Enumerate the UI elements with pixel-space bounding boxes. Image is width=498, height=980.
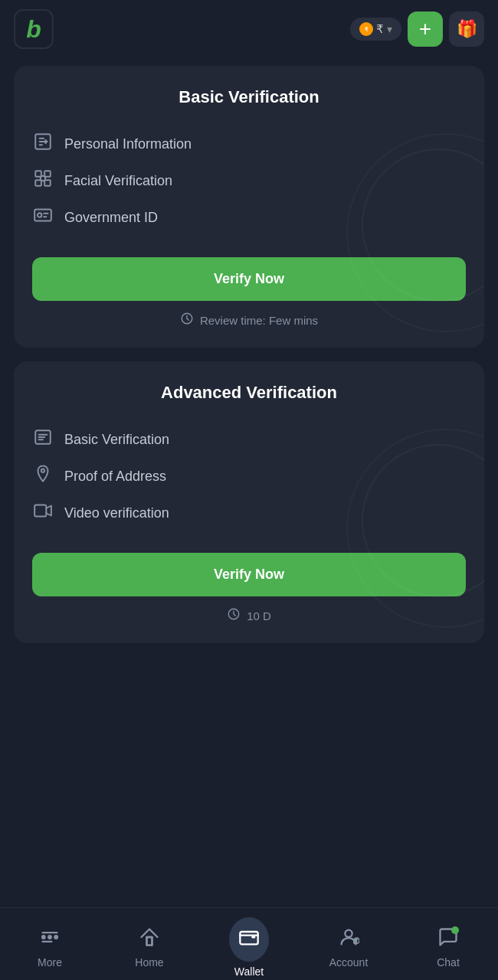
svg-rect-6 (44, 180, 51, 186)
nav-item-account[interactable]: $ Account (299, 908, 398, 980)
id-icon (32, 205, 54, 230)
advanced-verify-button[interactable]: Verify Now (32, 553, 466, 596)
nav-item-wallet[interactable]: Wallet (199, 908, 299, 980)
svg-rect-13 (34, 505, 46, 516)
gift-icon: 🎁 (457, 19, 477, 39)
svg-point-16 (48, 936, 51, 939)
video-verification-label: Video verification (64, 505, 169, 521)
currency-symbol: ₹ (376, 22, 384, 36)
list-item: Video verification (32, 495, 466, 531)
advanced-review-time: 10 D (32, 607, 466, 625)
svg-rect-18 (147, 937, 152, 946)
clock-icon (180, 312, 194, 329)
svg-rect-4 (44, 171, 51, 177)
list-check-icon (32, 427, 54, 452)
proof-of-address-label: Proof of Address (64, 469, 166, 485)
header-right: ₹ ₹ ▾ + 🎁 (350, 11, 484, 47)
logo[interactable]: b (14, 9, 54, 49)
header: b ₹ ₹ ▾ + 🎁 (0, 0, 498, 58)
chevron-down-icon: ▾ (387, 23, 392, 35)
list-item: Proof of Address (32, 458, 466, 495)
advanced-review-time-text: 10 D (247, 609, 271, 622)
wallet-active-bg (229, 917, 269, 962)
svg-point-12 (41, 469, 44, 472)
svg-point-15 (42, 936, 45, 939)
wallet-icon (238, 931, 260, 952)
svg-rect-19 (240, 932, 257, 944)
add-button[interactable]: + (408, 11, 443, 47)
account-label: Account (329, 956, 369, 969)
edit-icon (32, 132, 54, 156)
basic-review-time: Review time: Few mins (32, 312, 466, 329)
nav-item-home[interactable]: Home (100, 908, 199, 980)
clock-icon-2 (227, 607, 241, 625)
basic-verification-label: Basic Verification (64, 432, 169, 448)
wallet-label: Wallet (234, 965, 264, 978)
facial-verification-label: Facial Verification (64, 173, 172, 189)
currency-dot: ₹ (359, 22, 373, 36)
nav-item-more[interactable]: More (0, 908, 100, 980)
advanced-card-title: Advanced Verification (32, 383, 466, 403)
review-time-text: Review time: Few mins (200, 314, 318, 327)
main-content: Basic Verification Personal Information (0, 58, 498, 733)
government-id-label: Government ID (64, 210, 158, 226)
svg-point-7 (41, 176, 46, 181)
chat-icon (437, 931, 459, 952)
face-icon (32, 168, 54, 193)
personal-info-label: Personal Information (64, 136, 192, 152)
list-item: Personal Information (32, 126, 466, 162)
chat-online-badge (451, 926, 459, 934)
svg-rect-3 (35, 171, 41, 177)
svg-point-17 (54, 936, 57, 939)
rupee-dot-icon: ₹ (362, 25, 370, 33)
home-label: Home (135, 956, 163, 969)
logo-letter: b (26, 15, 41, 44)
currency-selector[interactable]: ₹ ₹ ▾ (350, 18, 401, 41)
account-icon: $ (338, 926, 359, 952)
advanced-verification-card: Advanced Verification Basic Verification (14, 361, 484, 643)
list-item: Facial Verification (32, 162, 466, 199)
list-item: Government ID (32, 199, 466, 236)
basic-verification-card: Basic Verification Personal Information (14, 66, 484, 348)
svg-rect-5 (35, 180, 41, 186)
list-item: Basic Verification (32, 421, 466, 458)
svg-point-20 (345, 929, 352, 936)
basic-items-list: Personal Information Facial Verification (32, 126, 466, 236)
gift-button[interactable]: 🎁 (449, 11, 484, 47)
advanced-items-list: Basic Verification Proof of Address (32, 421, 466, 531)
svg-point-9 (38, 213, 41, 217)
menu-icon (39, 926, 61, 952)
location-icon (32, 464, 54, 488)
video-icon (32, 501, 54, 525)
basic-verify-button[interactable]: Verify Now (32, 257, 466, 301)
more-label: More (38, 956, 62, 969)
chat-badge-wrapper (437, 926, 459, 952)
plus-icon: + (419, 17, 431, 41)
chat-label: Chat (437, 956, 460, 969)
basic-card-title: Basic Verification (32, 87, 466, 107)
bottom-nav: More Home Wallet (0, 907, 498, 980)
home-icon (139, 926, 160, 952)
nav-item-chat[interactable]: Chat (398, 908, 498, 980)
